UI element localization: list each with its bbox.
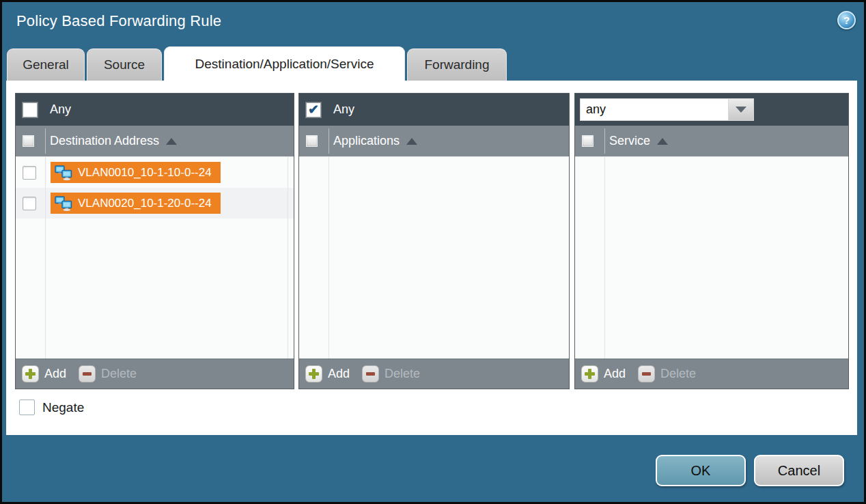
tab-label: General [23, 57, 69, 72]
tab-general[interactable]: General [7, 48, 85, 81]
applications-panel: Any Applications Add Delete [298, 93, 570, 389]
destination-address-panel: Any Destination Address [15, 93, 294, 389]
destination-any-checkbox[interactable] [23, 102, 38, 117]
destination-address-list: VLAN0010_10-1-10-0--24 [16, 157, 294, 359]
sort-asc-icon [166, 138, 177, 145]
address-object-chip[interactable]: VLAN0020_10-1-20-0--24 [51, 193, 221, 214]
delete-button[interactable]: Delete [79, 365, 137, 382]
destination-select-all-checkbox[interactable] [23, 135, 34, 147]
cancel-button[interactable]: Cancel [754, 455, 844, 486]
row-checkbox[interactable] [23, 197, 36, 210]
service-select-all-checkbox[interactable] [582, 135, 593, 147]
column-header-label: Destination Address [50, 134, 159, 148]
service-column-header[interactable]: Service [575, 126, 848, 157]
delete-minus-icon [79, 365, 96, 382]
service-panel: any Service Add [574, 93, 849, 389]
delete-minus-icon [638, 365, 655, 382]
delete-button[interactable]: Delete [362, 365, 420, 382]
column-header-label: Service [609, 134, 650, 148]
add-label: Add [328, 367, 350, 381]
applications-select-all-checkbox[interactable] [306, 135, 318, 147]
negate-option: Negate [19, 400, 84, 415]
dialog-frame: Policy Based Forwarding Rule ? General S… [2, 2, 864, 502]
policy-based-forwarding-dialog: Policy Based Forwarding Rule ? General S… [0, 0, 866, 504]
network-computers-icon [55, 165, 72, 180]
add-label: Add [44, 367, 66, 381]
service-mode-value: any [580, 98, 729, 121]
applications-column-header[interactable]: Applications [299, 126, 569, 157]
delete-label: Delete [385, 367, 420, 381]
dialog-title: Policy Based Forwarding Rule [16, 12, 221, 30]
add-plus-icon [22, 365, 39, 382]
destination-toolbar: Add Delete [16, 359, 294, 389]
service-list [575, 157, 848, 359]
chevron-down-icon [736, 107, 746, 113]
sort-asc-icon [657, 138, 668, 145]
tab-label: Forwarding [424, 57, 489, 72]
add-button[interactable]: Add [305, 365, 350, 382]
destination-any-bar: Any [16, 94, 294, 126]
ok-button[interactable]: OK [656, 455, 746, 486]
service-mode-dropdown[interactable]: any [580, 98, 754, 121]
add-button[interactable]: Add [22, 365, 66, 382]
tab-source[interactable]: Source [87, 48, 162, 81]
applications-toolbar: Add Delete [299, 359, 569, 389]
sort-asc-icon [406, 138, 417, 145]
list-item[interactable]: VLAN0020_10-1-20-0--24 [16, 188, 294, 219]
delete-minus-icon [362, 365, 379, 382]
address-object-label: VLAN0020_10-1-20-0--24 [78, 197, 212, 210]
delete-button[interactable]: Delete [638, 365, 696, 382]
tab-bar: General Source Destination/Application/S… [7, 46, 507, 81]
negate-label: Negate [42, 400, 84, 415]
service-toolbar: Add Delete [575, 359, 848, 389]
applications-any-bar: Any [299, 94, 569, 126]
network-computers-icon [55, 196, 72, 211]
destination-any-label: Any [50, 102, 71, 117]
help-icon[interactable]: ? [837, 11, 856, 29]
list-item[interactable]: VLAN0010_10-1-10-0--24 [16, 157, 294, 188]
add-plus-icon [305, 365, 322, 382]
column-header-label: Applications [333, 134, 400, 148]
tab-content: Any Destination Address [6, 81, 857, 435]
applications-list [299, 157, 569, 359]
applications-any-label: Any [333, 102, 354, 117]
add-label: Add [604, 367, 626, 381]
address-object-chip[interactable]: VLAN0010_10-1-10-0--24 [51, 162, 221, 183]
tab-label: Source [104, 57, 145, 72]
add-button[interactable]: Add [581, 365, 626, 382]
dropdown-button[interactable] [729, 98, 754, 121]
tab-destination-application-service[interactable]: Destination/Application/Service [164, 46, 405, 81]
tab-forwarding[interactable]: Forwarding [407, 48, 507, 81]
applications-any-checkbox[interactable] [306, 102, 321, 117]
service-mode-bar: any [575, 94, 848, 126]
negate-checkbox[interactable] [19, 400, 35, 415]
address-object-label: VLAN0010_10-1-10-0--24 [78, 166, 212, 180]
tab-label: Destination/Application/Service [195, 57, 374, 72]
row-checkbox[interactable] [23, 166, 36, 180]
delete-label: Delete [660, 367, 696, 381]
delete-label: Delete [101, 367, 137, 381]
destination-column-header[interactable]: Destination Address [16, 126, 294, 157]
add-plus-icon [581, 365, 598, 382]
